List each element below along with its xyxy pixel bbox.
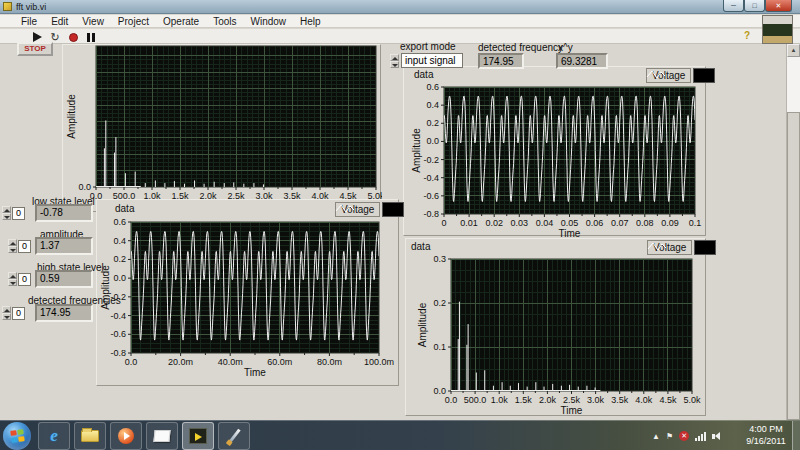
amplitude-spinner[interactable]: 0	[8, 239, 31, 253]
flag-icon[interactable]: ⚑	[666, 432, 673, 441]
x-power-y-value: 69.3281	[556, 53, 608, 69]
svg-text:60.0m: 60.0m	[267, 357, 292, 367]
input-signal-graph: data Voltage 0.60.40.20.0-0.2-0.4-0.6-0.…	[403, 66, 706, 236]
svg-text:Time: Time	[559, 228, 581, 237]
scrollbar-up-icon[interactable]: ▲	[787, 44, 800, 57]
svg-text:-0.8: -0.8	[423, 209, 439, 219]
svg-text:-0.6: -0.6	[110, 329, 126, 339]
svg-text:0.08: 0.08	[636, 218, 654, 228]
svg-text:0.1: 0.1	[433, 342, 446, 352]
taskbar-item-media-player[interactable]	[110, 422, 142, 450]
tray-expand-icon[interactable]: ▲	[652, 432, 660, 441]
svg-text:2.0k: 2.0k	[539, 395, 557, 405]
low-state-level-spinner[interactable]: 0	[2, 206, 25, 220]
desktop: fft vib.vi ─ □ ✕ FileEditViewProjectOper…	[0, 0, 800, 450]
menu-item-operate[interactable]: Operate	[156, 16, 206, 27]
svg-text:100.0m: 100.0m	[364, 357, 394, 367]
svg-text:-0.8: -0.8	[110, 348, 126, 358]
chart-canvas-input-signal-graph-small: 0.60.40.20.0-0.2-0.4-0.6-0.80.020.0m40.0…	[97, 200, 400, 387]
svg-text:4.0k: 4.0k	[635, 395, 653, 405]
detected-frequencies-value: 174.95	[35, 304, 93, 322]
close-button[interactable]: ✕	[765, 0, 792, 12]
menu-item-file[interactable]: File	[14, 16, 44, 27]
maximize-button[interactable]: □	[744, 0, 765, 12]
svg-text:0.4: 0.4	[113, 236, 126, 246]
svg-text:3.5k: 3.5k	[611, 395, 629, 405]
abort-button[interactable]	[66, 31, 80, 43]
taskbar-item-window-app[interactable]	[146, 422, 178, 450]
export-mode-combobox[interactable]: input signal	[401, 53, 463, 68]
front-panel: STOP 0.00.0500.01.0k1.5k2.0k2.5k3.0k3.5k…	[0, 44, 800, 420]
start-button[interactable]	[3, 422, 31, 450]
svg-text:0.2: 0.2	[426, 118, 439, 128]
pause-button[interactable]	[84, 31, 98, 43]
svg-text:0.4: 0.4	[426, 100, 439, 110]
taskbar-item-paint-tool[interactable]	[218, 422, 250, 450]
menu-item-project[interactable]: Project	[111, 16, 156, 27]
brush-icon	[228, 429, 240, 443]
svg-text:Time: Time	[561, 405, 583, 416]
svg-text:500.0: 500.0	[464, 395, 487, 405]
detected-frequency-label: detected frequency	[478, 42, 563, 53]
window-app-icon	[153, 430, 170, 442]
high-state-level-spinner[interactable]: 0	[8, 272, 31, 286]
alert-icon[interactable]: ✕	[679, 431, 689, 441]
chart-canvas-fft-graph-small: 0.30.20.10.00.0500.01.0k1.5k2.0k2.5k3.0k…	[406, 239, 707, 417]
svg-text:1.5k: 1.5k	[515, 395, 533, 405]
svg-text:-0.2: -0.2	[423, 155, 439, 165]
scrollbar-thumb[interactable]	[787, 112, 800, 420]
labview-icon	[189, 428, 207, 444]
taskbar-item-explorer[interactable]	[74, 422, 106, 450]
svg-text:0.0: 0.0	[125, 357, 138, 367]
stop-button[interactable]: STOP	[17, 42, 53, 56]
svg-text:0.0: 0.0	[113, 273, 126, 283]
x-power-y-label: x^y	[558, 42, 573, 53]
svg-text:0.0: 0.0	[445, 395, 458, 405]
svg-text:0.2: 0.2	[113, 254, 126, 264]
svg-text:0.6: 0.6	[426, 82, 439, 92]
svg-text:0.0: 0.0	[426, 136, 439, 146]
menu-item-help[interactable]: Help	[293, 16, 328, 27]
chart-canvas-fft-graph-main: 0.00.0500.01.0k1.5k2.0k2.5k3.0k3.5k4.0k4…	[63, 45, 382, 213]
export-mode-spinner[interactable]	[390, 54, 400, 68]
menu-item-view[interactable]: View	[75, 16, 111, 27]
svg-text:-0.6: -0.6	[423, 191, 439, 201]
folder-icon	[81, 430, 99, 442]
network-icon[interactable]	[695, 431, 706, 441]
menu-item-window[interactable]: Window	[243, 16, 293, 27]
svg-text:Amplitude: Amplitude	[66, 94, 77, 139]
menu-item-edit[interactable]: Edit	[44, 16, 75, 27]
fft-graph-small: data Voltage 0.30.20.10.00.0500.01.0k1.5…	[405, 238, 706, 416]
fft-graph-main: 0.00.0500.01.0k1.5k2.0k2.5k3.0k3.5k4.0k4…	[62, 44, 381, 212]
svg-text:0.01: 0.01	[460, 218, 478, 228]
minimize-button[interactable]: ─	[723, 0, 744, 12]
svg-text:40.0m: 40.0m	[218, 357, 243, 367]
svg-text:3.0k: 3.0k	[587, 395, 605, 405]
detected-frequencies-spinner[interactable]: 0	[2, 306, 25, 320]
taskbar-item-labview[interactable]	[182, 422, 214, 450]
context-help-icon[interactable]: ?	[744, 30, 750, 41]
svg-text:0: 0	[441, 218, 446, 228]
svg-text:0.1: 0.1	[689, 218, 702, 228]
window-title: fft vib.vi	[16, 2, 46, 12]
svg-text:0.07: 0.07	[611, 218, 629, 228]
svg-text:Amplitude: Amplitude	[417, 302, 428, 347]
windows-logo-icon	[10, 429, 25, 443]
show-desktop-button[interactable]	[792, 421, 800, 450]
svg-text:1.0k: 1.0k	[491, 395, 509, 405]
svg-text:0.06: 0.06	[586, 218, 604, 228]
media-player-icon	[118, 428, 134, 444]
speaker-icon[interactable]	[712, 432, 720, 440]
svg-text:0.04: 0.04	[536, 218, 554, 228]
vi-icon[interactable]	[762, 15, 793, 44]
taskbar-clock[interactable]: 4:00 PM 9/16/2011	[740, 423, 792, 447]
high-state-level-value: 0.59	[35, 270, 93, 288]
vertical-scrollbar[interactable]: ▲	[786, 44, 800, 420]
menu-item-tools[interactable]: Tools	[206, 16, 243, 27]
svg-text:0.03: 0.03	[511, 218, 529, 228]
input-signal-graph-small: data Voltage 0.60.40.20.0-0.2-0.4-0.6-0.…	[96, 199, 399, 386]
svg-text:0.02: 0.02	[485, 218, 503, 228]
taskbar-item-ie[interactable]	[38, 422, 70, 450]
ie-icon	[50, 426, 58, 446]
svg-text:0.3: 0.3	[433, 254, 446, 264]
